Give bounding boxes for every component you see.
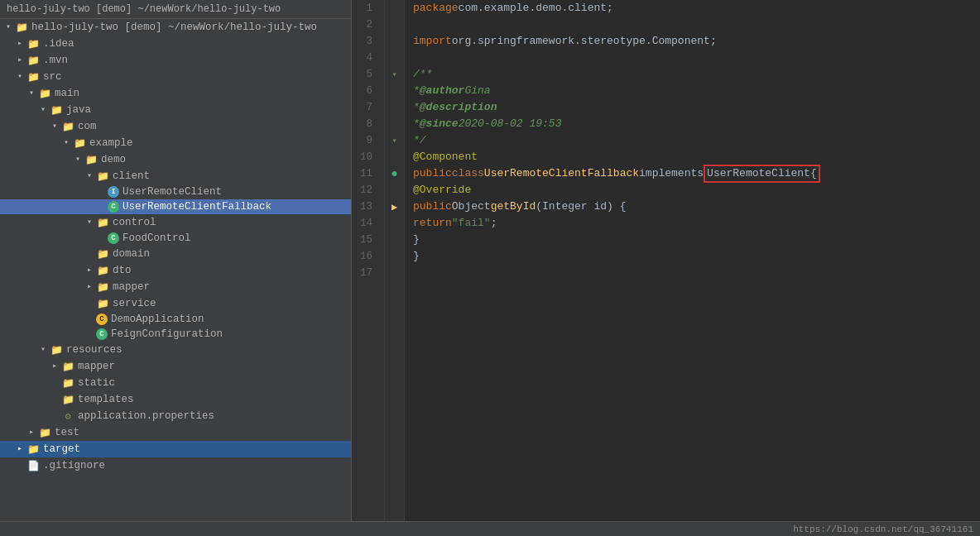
tree-item-dto[interactable]: 📁dto [0, 262, 351, 279]
tree-arrow [15, 461, 25, 471]
tree-icon: 📁 [26, 37, 40, 50]
tree-arrow [26, 428, 36, 438]
code-line: } [413, 248, 980, 265]
tree-item-resources[interactable]: 📁resources [0, 342, 351, 358]
tree-icon: C [96, 328, 108, 340]
tree-item-domain[interactable]: 📁domain [0, 246, 351, 262]
gutter-line [385, 33, 404, 50]
tree-icon: I [108, 186, 119, 198]
file-tree: 📁hello-july-two [demo] ~/newWork/hello-j… [0, 19, 351, 474]
tree-arrow [50, 378, 60, 388]
tree-arrow [50, 395, 60, 404]
tree-icon: 📁 [50, 103, 63, 117]
tree-arrow [84, 282, 94, 292]
tree-item-static[interactable]: 📁static [0, 375, 351, 391]
tree-icon: 📁 [61, 120, 74, 133]
line-number: 6 [352, 83, 377, 99]
tree-arrow [84, 249, 94, 259]
tree-label: static [78, 377, 115, 389]
bottom-url: https://blog.csdn.net/qq_36741161 [793, 524, 973, 534]
tree-label: DemoApplication [111, 313, 204, 325]
tree-item-example[interactable]: 📁example [0, 135, 351, 151]
tree-item-client[interactable]: 📁client [0, 168, 351, 184]
tree-arrow [61, 138, 71, 148]
line-number: 1 [352, 0, 377, 17]
tree-item-DemoApplication[interactable]: CDemoApplication [0, 312, 351, 327]
code-line: public Object getById(Integer id) { [413, 199, 980, 215]
gutter-line [385, 215, 404, 232]
tree-label: hello-july-two [demo] ~/newWork/hello-ju… [31, 22, 317, 33]
tree-item-UserRemoteClientFallback[interactable]: CUserRemoteClientFallback [0, 199, 351, 214]
code-token: Component [652, 33, 710, 50]
tree-icon: 📁 [84, 153, 98, 166]
tree-label: com [78, 121, 97, 132]
code-line: * @author Gina [413, 83, 980, 99]
tree-icon: 📁 [96, 264, 109, 277]
tree-item-root[interactable]: 📁hello-july-two [demo] ~/newWork/hello-j… [0, 19, 351, 36]
tree-arrow [84, 314, 94, 324]
tree-item-application-props[interactable]: ⚙application.properties [0, 408, 351, 424]
tree-item-UserRemoteClient[interactable]: IUserRemoteClient [0, 184, 351, 199]
tree-item-target[interactable]: 📁target [0, 441, 351, 457]
code-token: @since [420, 116, 459, 132]
tree-arrow [84, 218, 94, 227]
tree-item-templates[interactable]: 📁templates [0, 391, 351, 408]
tree-item-idea[interactable]: 📁.idea [0, 36, 351, 52]
sidebar[interactable]: hello-july-two [demo] ~/newWork/hello-ju… [0, 0, 352, 521]
tree-icon: 📁 [61, 376, 74, 390]
code-token: com.example.demo.client; [459, 0, 613, 17]
gutter-line [385, 149, 404, 165]
code-token: Gina [464, 83, 490, 99]
tree-arrow [84, 299, 94, 309]
tree-item-gitignore[interactable]: 📄.gitignore [0, 457, 351, 474]
tree-label: client [113, 170, 150, 182]
line-number: 12 [352, 182, 377, 199]
tree-icon: C [96, 313, 108, 325]
tree-label: resources [66, 344, 122, 356]
editor-content: 1234567891011121314151617 ▾▾●▶ package c… [352, 0, 980, 521]
code-token: * [413, 116, 420, 132]
tree-icon: 📁 [96, 280, 109, 294]
gutter-line [385, 265, 404, 281]
code-token: */ [413, 132, 426, 149]
tree-arrow [3, 22, 13, 32]
line-number: 8 [352, 116, 377, 132]
tree-arrow [50, 361, 60, 371]
gutter-line [385, 116, 404, 132]
tree-item-demo[interactable]: 📁demo [0, 151, 351, 168]
tree-item-mapper[interactable]: 📁mapper [0, 279, 351, 295]
tree-item-FeignConfiguration[interactable]: CFeignConfiguration [0, 327, 351, 342]
code-line: package com.example.demo.client; [413, 0, 980, 17]
tree-arrow [15, 55, 25, 65]
gutter-line [385, 50, 404, 66]
code-token: class [452, 165, 484, 182]
tree-item-com[interactable]: 📁com [0, 118, 351, 135]
gutter-line [385, 248, 404, 265]
tree-item-src[interactable]: 📁src [0, 69, 351, 85]
code-token: * [413, 99, 420, 116]
tree-item-FoodControl[interactable]: CFoodControl [0, 231, 351, 246]
tree-item-java[interactable]: 📁java [0, 102, 351, 118]
tree-label: templates [78, 394, 134, 405]
tree-label: demo [101, 154, 126, 165]
gutter-line [385, 99, 404, 116]
tree-icon: 📄 [26, 459, 40, 472]
tree-arrow [15, 72, 25, 82]
code-area[interactable]: package com.example.demo.client;import o… [405, 0, 980, 521]
tree-item-mapper-res[interactable]: 📁mapper [0, 358, 351, 375]
tree-item-control[interactable]: 📁control [0, 214, 351, 231]
tree-item-test[interactable]: 📁test [0, 424, 351, 441]
code-line: @Override [413, 182, 980, 199]
code-token: org.springframework.stereotype. [452, 33, 652, 50]
tree-item-service[interactable]: 📁service [0, 295, 351, 312]
tree-icon: ⚙ [61, 409, 74, 423]
tree-label: .gitignore [43, 460, 105, 471]
tree-arrow [50, 411, 60, 421]
tree-item-mvn[interactable]: 📁.mvn [0, 52, 351, 69]
tree-item-main[interactable]: 📁main [0, 85, 351, 102]
tree-label: FeignConfiguration [111, 328, 223, 340]
run-gutter-icon: ● [385, 165, 404, 182]
line-number: 7 [352, 99, 377, 116]
tree-arrow [73, 155, 83, 165]
tree-arrow [38, 345, 48, 355]
